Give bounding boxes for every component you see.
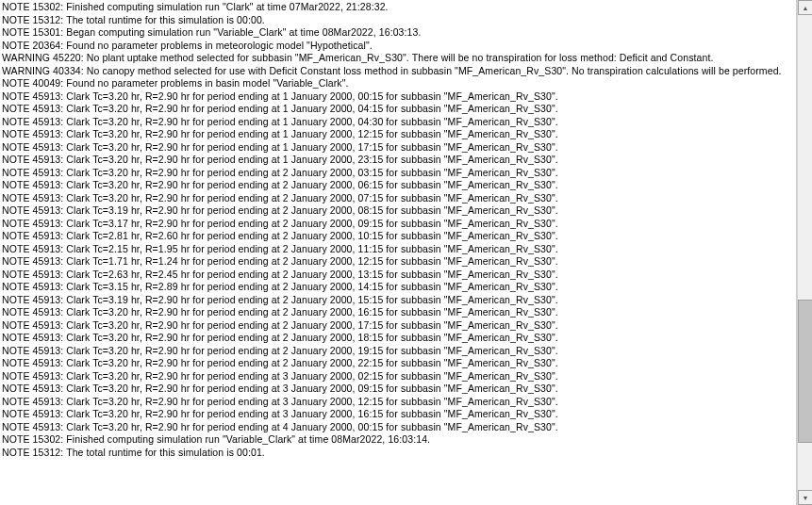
- log-line: NOTE 45913: Clark Tc=3.20 hr, R=2.90 hr …: [2, 345, 794, 358]
- log-line: NOTE 45913: Clark Tc=3.20 hr, R=2.90 hr …: [2, 141, 794, 155]
- log-line: NOTE 45913: Clark Tc=3.20 hr, R=2.90 hr …: [2, 116, 794, 129]
- log-line: NOTE 45913: Clark Tc=3.20 hr, R=2.90 hr …: [2, 383, 794, 396]
- log-line: NOTE 45913: Clark Tc=3.17 hr, R=2.90 hr …: [2, 218, 794, 231]
- scroll-up-button[interactable]: ▲: [798, 0, 812, 15]
- log-line: NOTE 45913: Clark Tc=3.20 hr, R=2.90 hr …: [2, 396, 794, 409]
- log-line: NOTE 45913: Clark Tc=3.20 hr, R=2.90 hr …: [2, 103, 794, 116]
- log-line: NOTE 45913: Clark Tc=2.81 hr, R=2.60 hr …: [2, 230, 794, 243]
- log-line: NOTE 45913: Clark Tc=2.15 hr, R=1.95 hr …: [2, 243, 794, 256]
- log-line: NOTE 45913: Clark Tc=3.20 hr, R=2.90 hr …: [2, 332, 794, 345]
- log-line: NOTE 45913: Clark Tc=3.20 hr, R=2.90 hr …: [2, 408, 794, 421]
- chevron-up-icon: ▲: [803, 5, 809, 11]
- log-line: NOTE 45913: Clark Tc=3.20 hr, R=2.90 hr …: [2, 421, 794, 434]
- outer-scrollbar[interactable]: ▲ ▼: [797, 0, 812, 505]
- log-line: NOTE 15312: The total runtime for this s…: [2, 447, 794, 460]
- log-line: NOTE 45913: Clark Tc=3.20 hr, R=2.90 hr …: [2, 192, 794, 205]
- scrollbar-thumb[interactable]: [798, 300, 812, 442]
- log-line: NOTE 15312: The total runtime for this s…: [2, 14, 794, 27]
- log-line: NOTE 45913: Clark Tc=3.20 hr, R=2.90 hr …: [2, 319, 794, 333]
- log-line: NOTE 45913: Clark Tc=3.20 hr, R=2.90 hr …: [2, 90, 794, 104]
- log-line: NOTE 15302: Finished computing simulatio…: [2, 1, 794, 14]
- log-line: NOTE 45913: Clark Tc=3.20 hr, R=2.90 hr …: [2, 179, 794, 192]
- log-line: NOTE 45913: Clark Tc=3.15 hr, R=2.89 hr …: [2, 281, 794, 294]
- log-line: NOTE 45913: Clark Tc=3.20 hr, R=2.90 hr …: [2, 167, 794, 180]
- log-line: NOTE 20364: Found no parameter problems …: [2, 40, 794, 53]
- log-output-panel[interactable]: NOTE 15302: Finished computing simulatio…: [0, 0, 797, 505]
- log-line: NOTE 15301: Began computing simulation r…: [2, 26, 794, 40]
- scroll-down-button[interactable]: ▼: [798, 490, 812, 505]
- chevron-down-icon: ▼: [803, 495, 809, 501]
- log-line: NOTE 45913: Clark Tc=3.20 hr, R=2.90 hr …: [2, 306, 794, 319]
- log-line: WARNING 45220: No plant uptake method se…: [2, 52, 794, 65]
- log-line: WARNING 40334: No canopy method selected…: [2, 65, 794, 78]
- log-line: NOTE 45913: Clark Tc=3.20 hr, R=2.90 hr …: [2, 357, 794, 370]
- log-line: NOTE 40049: Found no parameter problems …: [2, 77, 794, 90]
- log-line: NOTE 15302: Finished computing simulatio…: [2, 433, 794, 447]
- log-line: NOTE 45913: Clark Tc=3.19 hr, R=2.90 hr …: [2, 294, 794, 307]
- log-line: NOTE 45913: Clark Tc=3.19 hr, R=2.90 hr …: [2, 204, 794, 218]
- log-line: NOTE 45913: Clark Tc=3.20 hr, R=2.90 hr …: [2, 128, 794, 141]
- log-line: NOTE 45913: Clark Tc=2.63 hr, R=2.45 hr …: [2, 269, 794, 282]
- log-line: NOTE 45913: Clark Tc=1.71 hr, R=1.24 hr …: [2, 255, 794, 269]
- log-line: NOTE 45913: Clark Tc=3.20 hr, R=2.90 hr …: [2, 370, 794, 383]
- log-line: NOTE 45913: Clark Tc=3.20 hr, R=2.90 hr …: [2, 154, 794, 167]
- scrollbar-track[interactable]: [798, 15, 812, 490]
